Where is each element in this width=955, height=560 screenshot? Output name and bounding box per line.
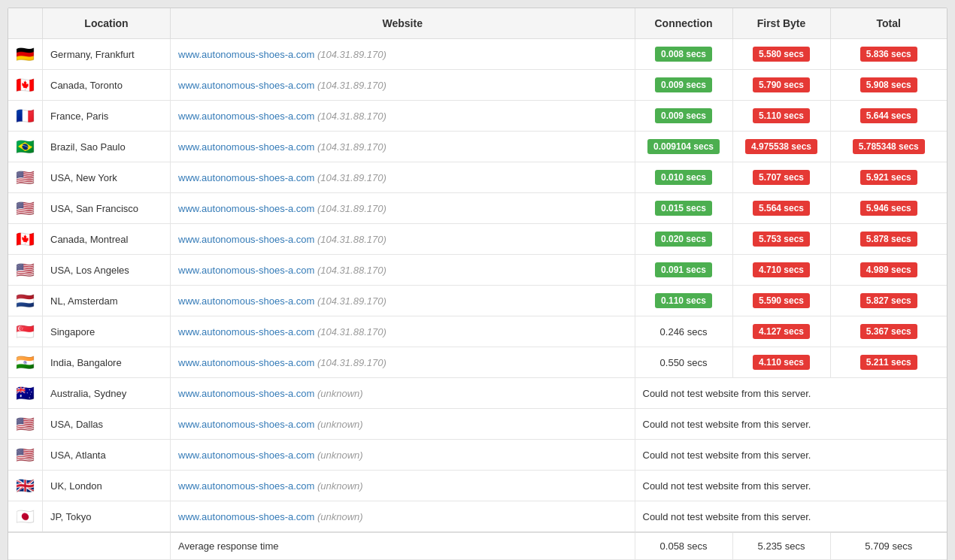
connection-badge: 0.009 secs — [655, 77, 712, 92]
flag-cell: 🇧🇷 — [8, 132, 43, 162]
website-url: www.autonomous-shoes-a.com — [178, 295, 314, 307]
website-cell: www.autonomous-shoes-a.com (104.31.89.17… — [171, 70, 635, 101]
website-cell: www.autonomous-shoes-a.com (104.31.89.17… — [171, 162, 635, 193]
average-total: 5.709 secs — [830, 532, 947, 560]
location-cell: USA, San Francisco — [43, 193, 171, 224]
firstbyte-cell: 5.753 secs — [732, 224, 830, 255]
flag-cell: 🇮🇳 — [8, 347, 43, 378]
website-cell: www.autonomous-shoes-a.com (104.31.88.17… — [171, 316, 635, 347]
firstbyte-cell: 5.110 secs — [732, 101, 830, 132]
location-cell: India, Bangalore — [43, 347, 171, 378]
website-url: www.autonomous-shoes-a.com — [178, 388, 314, 399]
firstbyte-cell: 5.707 secs — [732, 162, 830, 193]
connection-badge: 0.015 secs — [655, 201, 712, 216]
website-ip: (104.31.89.170) — [314, 49, 386, 60]
location-cell: Canada, Toronto — [43, 70, 171, 101]
table-row: 🇺🇸USA, New Yorkwww.autonomous-shoes-a.co… — [8, 162, 947, 193]
total-cell: 4.989 secs — [830, 255, 947, 286]
website-ip: (unknown) — [314, 388, 362, 399]
website-cell: www.autonomous-shoes-a.com (unknown) — [171, 471, 635, 501]
connection-cell: 0.246 secs — [635, 316, 732, 347]
flag-cell: 🇺🇸 — [8, 193, 43, 224]
location-cell: Germany, Frankfurt — [43, 39, 171, 70]
website-ip: (104.31.89.170) — [314, 80, 386, 91]
table-row: 🇧🇷Brazil, Sao Paulowww.autonomous-shoes-… — [8, 132, 947, 162]
firstbyte-cell: 5.564 secs — [732, 193, 830, 224]
total-cell: 5.644 secs — [830, 101, 947, 132]
connection-badge: 0.008 secs — [655, 47, 712, 62]
website-url: www.autonomous-shoes-a.com — [178, 357, 314, 368]
website-cell: www.autonomous-shoes-a.com (unknown) — [171, 440, 635, 471]
location-cell: France, Paris — [43, 101, 171, 132]
table-row: 🇸🇬Singaporewww.autonomous-shoes-a.com (1… — [8, 316, 947, 347]
website-cell: www.autonomous-shoes-a.com (104.31.88.17… — [171, 101, 635, 132]
total-badge: 5.908 secs — [860, 77, 917, 92]
location-cell: USA, Dallas — [43, 409, 171, 440]
location-cell: JP, Tokyo — [43, 501, 171, 533]
website-url: www.autonomous-shoes-a.com — [178, 141, 314, 153]
website-ip: (104.31.89.170) — [314, 172, 386, 183]
flag-cell: 🇺🇸 — [8, 162, 43, 193]
error-message: Could not test website from this server. — [635, 501, 947, 533]
table-row: 🇳🇱NL, Amsterdamwww.autonomous-shoes-a.co… — [8, 286, 947, 316]
total-badge: 5.644 secs — [860, 108, 917, 123]
website-ip: (104.31.88.170) — [314, 265, 386, 276]
average-row: Average response time0.058 secs5.235 sec… — [8, 532, 947, 560]
table-row: 🇩🇪Germany, Frankfurtwww.autonomous-shoes… — [8, 39, 947, 70]
table-row: 🇺🇸USA, San Franciscowww.autonomous-shoes… — [8, 193, 947, 224]
firstbyte-cell: 5.590 secs — [732, 286, 830, 316]
firstbyte-badge: 5.580 secs — [753, 47, 810, 62]
total-badge: 5.785348 secs — [853, 139, 925, 154]
website-ip: (104.31.88.170) — [314, 110, 386, 122]
website-url: www.autonomous-shoes-a.com — [178, 49, 314, 60]
header-firstbyte: First Byte — [732, 8, 830, 39]
connection-badge: 0.009 secs — [655, 108, 712, 123]
firstbyte-badge: 4.975538 secs — [745, 139, 817, 154]
performance-table: Location Website Connection First Byte T… — [8, 8, 947, 560]
total-badge: 5.946 secs — [860, 201, 917, 216]
website-url: www.autonomous-shoes-a.com — [178, 480, 314, 492]
website-cell: www.autonomous-shoes-a.com (104.31.89.17… — [171, 286, 635, 316]
connection-badge: 0.091 secs — [655, 262, 712, 277]
firstbyte-badge: 4.127 secs — [753, 324, 810, 339]
location-cell: Brazil, Sao Paulo — [43, 132, 171, 162]
total-badge: 5.211 secs — [860, 355, 917, 370]
connection-cell: 0.015 secs — [635, 193, 732, 224]
website-ip: (104.31.89.170) — [314, 295, 386, 307]
total-badge: 5.367 secs — [860, 324, 917, 339]
website-cell: www.autonomous-shoes-a.com (unknown) — [171, 501, 635, 533]
firstbyte-cell: 4.710 secs — [732, 255, 830, 286]
website-ip: (unknown) — [314, 511, 362, 522]
website-url: www.autonomous-shoes-a.com — [178, 511, 314, 522]
flag-cell: 🇯🇵 — [8, 501, 43, 533]
total-cell: 5.836 secs — [830, 39, 947, 70]
connection-cell: 0.010 secs — [635, 162, 732, 193]
firstbyte-cell: 5.580 secs — [732, 39, 830, 70]
website-cell: www.autonomous-shoes-a.com (104.31.88.17… — [171, 255, 635, 286]
table-row: 🇺🇸USA, Los Angeleswww.autonomous-shoes-a… — [8, 255, 947, 286]
website-url: www.autonomous-shoes-a.com — [178, 234, 314, 245]
firstbyte-badge: 5.790 secs — [753, 77, 810, 92]
flag-cell: 🇺🇸 — [8, 255, 43, 286]
location-cell: USA, New York — [43, 162, 171, 193]
connection-cell: 0.008 secs — [635, 39, 732, 70]
error-message: Could not test website from this server. — [635, 409, 947, 440]
flag-cell: 🇦🇺 — [8, 378, 43, 409]
total-cell: 5.827 secs — [830, 286, 947, 316]
firstbyte-badge: 5.590 secs — [753, 293, 810, 308]
table-row: 🇺🇸USA, Atlantawww.autonomous-shoes-a.com… — [8, 440, 947, 471]
firstbyte-cell: 5.790 secs — [732, 70, 830, 101]
average-connection: 0.058 secs — [635, 532, 732, 560]
connection-cell: 0.009 secs — [635, 70, 732, 101]
table-row: 🇺🇸USA, Dallaswww.autonomous-shoes-a.com … — [8, 409, 947, 440]
total-badge: 5.827 secs — [860, 293, 917, 308]
total-cell: 5.921 secs — [830, 162, 947, 193]
website-url: www.autonomous-shoes-a.com — [178, 110, 314, 122]
website-cell: www.autonomous-shoes-a.com (104.31.89.17… — [171, 193, 635, 224]
connection-badge: 0.010 secs — [655, 170, 712, 185]
table-row: 🇨🇦Canada, Montrealwww.autonomous-shoes-a… — [8, 224, 947, 255]
location-cell: Australia, Sydney — [43, 378, 171, 409]
table-row: 🇨🇦Canada, Torontowww.autonomous-shoes-a.… — [8, 70, 947, 101]
total-badge: 5.836 secs — [860, 47, 917, 62]
flag-cell: 🇸🇬 — [8, 316, 43, 347]
